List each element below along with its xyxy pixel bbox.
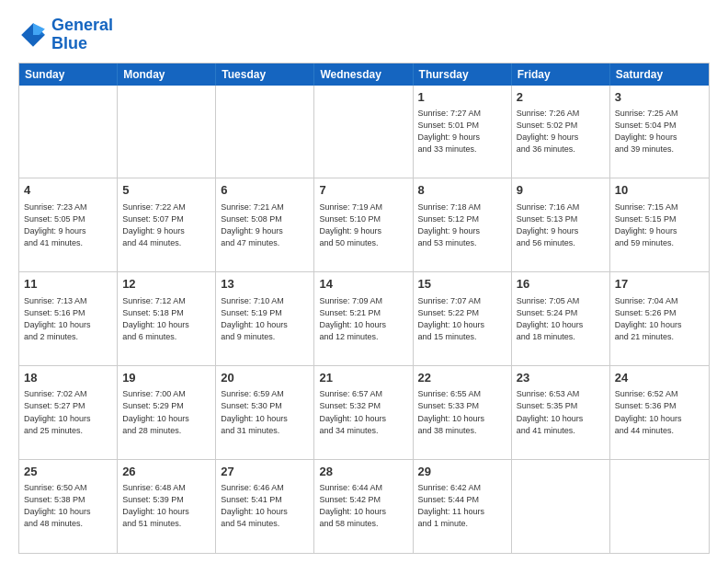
calendar-day-12: 12Sunrise: 7:12 AM Sunset: 5:18 PM Dayli… bbox=[118, 272, 216, 365]
cell-info: Sunrise: 6:46 AM Sunset: 5:41 PM Dayligh… bbox=[221, 482, 309, 530]
cell-info: Sunrise: 7:19 AM Sunset: 5:10 PM Dayligh… bbox=[319, 201, 407, 249]
calendar-cell-empty bbox=[512, 460, 610, 553]
day-number: 3 bbox=[615, 89, 704, 106]
header-day-friday: Friday bbox=[512, 63, 610, 86]
day-number: 9 bbox=[517, 182, 605, 199]
calendar-body: 1Sunrise: 7:27 AM Sunset: 5:01 PM Daylig… bbox=[19, 86, 709, 553]
day-number: 29 bbox=[418, 464, 506, 480]
calendar-day-27: 27Sunrise: 6:46 AM Sunset: 5:41 PM Dayli… bbox=[216, 460, 314, 553]
calendar-day-29: 29Sunrise: 6:42 AM Sunset: 5:44 PM Dayli… bbox=[414, 460, 512, 553]
cell-info: Sunrise: 7:10 AM Sunset: 5:19 PM Dayligh… bbox=[221, 295, 309, 343]
cell-info: Sunrise: 7:05 AM Sunset: 5:24 PM Dayligh… bbox=[517, 295, 605, 343]
calendar-day-8: 8Sunrise: 7:18 AM Sunset: 5:12 PM Daylig… bbox=[414, 178, 512, 271]
cell-info: Sunrise: 6:48 AM Sunset: 5:39 PM Dayligh… bbox=[122, 482, 210, 530]
day-number: 15 bbox=[418, 276, 506, 293]
calendar-day-20: 20Sunrise: 6:59 AM Sunset: 5:30 PM Dayli… bbox=[216, 366, 314, 459]
calendar-day-2: 2Sunrise: 7:26 AM Sunset: 5:02 PM Daylig… bbox=[512, 86, 610, 178]
logo: General Blue bbox=[18, 17, 113, 53]
calendar-day-5: 5Sunrise: 7:22 AM Sunset: 5:07 PM Daylig… bbox=[118, 178, 216, 271]
day-number: 2 bbox=[517, 89, 605, 106]
calendar-day-22: 22Sunrise: 6:55 AM Sunset: 5:33 PM Dayli… bbox=[414, 366, 512, 459]
day-number: 16 bbox=[517, 276, 605, 293]
day-number: 1 bbox=[418, 89, 506, 106]
calendar-day-19: 19Sunrise: 7:00 AM Sunset: 5:29 PM Dayli… bbox=[118, 366, 216, 459]
calendar-day-17: 17Sunrise: 7:04 AM Sunset: 5:26 PM Dayli… bbox=[610, 272, 709, 365]
calendar-day-28: 28Sunrise: 6:44 AM Sunset: 5:42 PM Dayli… bbox=[314, 460, 413, 553]
header-day-sunday: Sunday bbox=[19, 63, 118, 86]
calendar-row-0: 1Sunrise: 7:27 AM Sunset: 5:01 PM Daylig… bbox=[19, 86, 709, 179]
calendar-cell-empty bbox=[118, 86, 216, 178]
calendar-day-18: 18Sunrise: 7:02 AM Sunset: 5:27 PM Dayli… bbox=[19, 366, 118, 459]
cell-info: Sunrise: 7:22 AM Sunset: 5:07 PM Dayligh… bbox=[122, 201, 210, 249]
header-day-wednesday: Wednesday bbox=[314, 63, 413, 86]
day-number: 13 bbox=[221, 276, 309, 293]
calendar-day-11: 11Sunrise: 7:13 AM Sunset: 5:16 PM Dayli… bbox=[19, 272, 118, 365]
cell-info: Sunrise: 7:00 AM Sunset: 5:29 PM Dayligh… bbox=[122, 388, 210, 436]
day-number: 25 bbox=[24, 464, 112, 480]
cell-info: Sunrise: 6:44 AM Sunset: 5:42 PM Dayligh… bbox=[319, 482, 407, 530]
header-day-saturday: Saturday bbox=[610, 63, 709, 86]
logo-text: General Blue bbox=[51, 17, 113, 53]
cell-info: Sunrise: 6:50 AM Sunset: 5:38 PM Dayligh… bbox=[24, 482, 112, 530]
day-number: 22 bbox=[418, 370, 506, 386]
day-number: 26 bbox=[122, 464, 210, 480]
cell-info: Sunrise: 7:26 AM Sunset: 5:02 PM Dayligh… bbox=[517, 108, 605, 155]
day-number: 12 bbox=[122, 276, 210, 293]
calendar-cell-empty bbox=[610, 460, 709, 553]
calendar-day-13: 13Sunrise: 7:10 AM Sunset: 5:19 PM Dayli… bbox=[216, 272, 314, 365]
calendar-row-3: 18Sunrise: 7:02 AM Sunset: 5:27 PM Dayli… bbox=[19, 366, 709, 460]
cell-info: Sunrise: 6:42 AM Sunset: 5:44 PM Dayligh… bbox=[418, 482, 506, 530]
day-number: 21 bbox=[319, 370, 407, 386]
header-day-thursday: Thursday bbox=[414, 63, 512, 86]
cell-info: Sunrise: 7:27 AM Sunset: 5:01 PM Dayligh… bbox=[418, 108, 506, 155]
calendar-cell-empty bbox=[216, 86, 314, 178]
day-number: 18 bbox=[24, 370, 112, 386]
header-day-monday: Monday bbox=[118, 63, 216, 86]
day-number: 11 bbox=[24, 276, 112, 293]
page: General Blue SundayMondayTuesdayWednesda… bbox=[0, 0, 728, 563]
day-number: 28 bbox=[319, 464, 407, 480]
calendar-day-21: 21Sunrise: 6:57 AM Sunset: 5:32 PM Dayli… bbox=[314, 366, 413, 459]
calendar-day-15: 15Sunrise: 7:07 AM Sunset: 5:22 PM Dayli… bbox=[414, 272, 512, 365]
cell-info: Sunrise: 6:52 AM Sunset: 5:36 PM Dayligh… bbox=[615, 388, 704, 436]
calendar-row-4: 25Sunrise: 6:50 AM Sunset: 5:38 PM Dayli… bbox=[19, 460, 709, 553]
calendar-day-10: 10Sunrise: 7:15 AM Sunset: 5:15 PM Dayli… bbox=[610, 178, 709, 271]
day-number: 20 bbox=[221, 370, 309, 386]
cell-info: Sunrise: 7:21 AM Sunset: 5:08 PM Dayligh… bbox=[221, 201, 309, 249]
calendar-day-9: 9Sunrise: 7:16 AM Sunset: 5:13 PM Daylig… bbox=[512, 178, 610, 271]
day-number: 6 bbox=[221, 182, 309, 199]
cell-info: Sunrise: 7:12 AM Sunset: 5:18 PM Dayligh… bbox=[122, 295, 210, 343]
calendar: SundayMondayTuesdayWednesdayThursdayFrid… bbox=[18, 63, 710, 554]
calendar-day-16: 16Sunrise: 7:05 AM Sunset: 5:24 PM Dayli… bbox=[512, 272, 610, 365]
day-number: 10 bbox=[615, 182, 704, 199]
day-number: 19 bbox=[122, 370, 210, 386]
cell-info: Sunrise: 6:57 AM Sunset: 5:32 PM Dayligh… bbox=[319, 388, 407, 436]
day-number: 7 bbox=[319, 182, 407, 199]
calendar-day-3: 3Sunrise: 7:25 AM Sunset: 5:04 PM Daylig… bbox=[610, 86, 709, 178]
calendar-day-25: 25Sunrise: 6:50 AM Sunset: 5:38 PM Dayli… bbox=[19, 460, 118, 553]
day-number: 27 bbox=[221, 464, 309, 480]
cell-info: Sunrise: 6:53 AM Sunset: 5:35 PM Dayligh… bbox=[517, 388, 605, 436]
day-number: 17 bbox=[615, 276, 704, 293]
cell-info: Sunrise: 7:09 AM Sunset: 5:21 PM Dayligh… bbox=[319, 295, 407, 343]
cell-info: Sunrise: 7:16 AM Sunset: 5:13 PM Dayligh… bbox=[517, 201, 605, 249]
calendar-day-26: 26Sunrise: 6:48 AM Sunset: 5:39 PM Dayli… bbox=[118, 460, 216, 553]
calendar-day-4: 4Sunrise: 7:23 AM Sunset: 5:05 PM Daylig… bbox=[19, 178, 118, 271]
cell-info: Sunrise: 7:15 AM Sunset: 5:15 PM Dayligh… bbox=[615, 201, 704, 249]
calendar-cell-empty bbox=[314, 86, 413, 178]
day-number: 23 bbox=[517, 370, 605, 386]
cell-info: Sunrise: 6:59 AM Sunset: 5:30 PM Dayligh… bbox=[221, 388, 309, 436]
day-number: 14 bbox=[319, 276, 407, 293]
cell-info: Sunrise: 6:55 AM Sunset: 5:33 PM Dayligh… bbox=[418, 388, 506, 436]
calendar-header: SundayMondayTuesdayWednesdayThursdayFrid… bbox=[19, 63, 709, 86]
day-number: 8 bbox=[418, 182, 506, 199]
day-number: 24 bbox=[615, 370, 704, 386]
calendar-day-7: 7Sunrise: 7:19 AM Sunset: 5:10 PM Daylig… bbox=[314, 178, 413, 271]
calendar-row-1: 4Sunrise: 7:23 AM Sunset: 5:05 PM Daylig… bbox=[19, 178, 709, 272]
cell-info: Sunrise: 7:18 AM Sunset: 5:12 PM Dayligh… bbox=[418, 201, 506, 249]
cell-info: Sunrise: 7:04 AM Sunset: 5:26 PM Dayligh… bbox=[615, 295, 704, 343]
cell-info: Sunrise: 7:13 AM Sunset: 5:16 PM Dayligh… bbox=[24, 295, 112, 343]
cell-info: Sunrise: 7:07 AM Sunset: 5:22 PM Dayligh… bbox=[418, 295, 506, 343]
calendar-day-23: 23Sunrise: 6:53 AM Sunset: 5:35 PM Dayli… bbox=[512, 366, 610, 459]
cell-info: Sunrise: 7:02 AM Sunset: 5:27 PM Dayligh… bbox=[24, 388, 112, 436]
